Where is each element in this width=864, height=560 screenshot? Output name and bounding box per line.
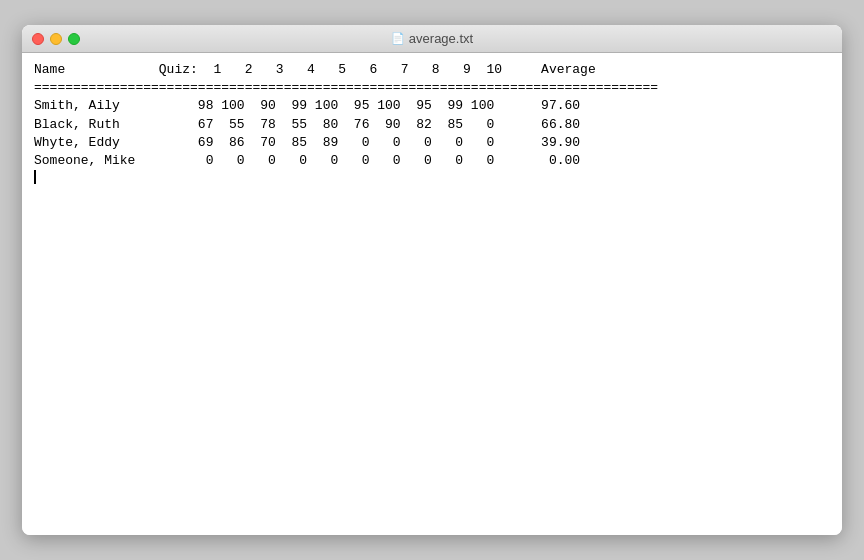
maximize-button[interactable] — [68, 33, 80, 45]
traffic-lights[interactable] — [32, 33, 80, 45]
cursor-line — [34, 170, 830, 184]
row-4: Someone, Mike 0 0 0 0 0 0 0 0 0 0 0.00 — [34, 152, 830, 170]
text-content[interactable]: Name Quiz: 1 2 3 4 5 6 7 8 9 10 Average … — [22, 53, 842, 535]
titlebar: 📄 average.txt — [22, 25, 842, 53]
row-3: Whyte, Eddy 69 86 70 85 89 0 0 0 0 0 39.… — [34, 134, 830, 152]
row-2: Black, Ruth 67 55 78 55 80 76 90 82 85 0… — [34, 116, 830, 134]
app-window: 📄 average.txt Name Quiz: 1 2 3 4 5 6 7 8… — [22, 25, 842, 535]
window-title-area: 📄 average.txt — [391, 31, 473, 46]
window-title: average.txt — [409, 31, 473, 46]
close-button[interactable] — [32, 33, 44, 45]
row-1: Smith, Aily 98 100 90 99 100 95 100 95 9… — [34, 97, 830, 115]
header-line: Name Quiz: 1 2 3 4 5 6 7 8 9 10 Average — [34, 61, 830, 79]
separator-line: ========================================… — [34, 79, 830, 97]
minimize-button[interactable] — [50, 33, 62, 45]
file-icon: 📄 — [391, 32, 405, 45]
text-cursor — [34, 170, 36, 184]
